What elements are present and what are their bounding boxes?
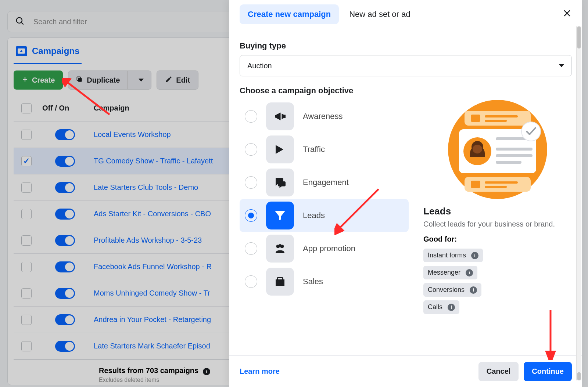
objective-detail-subtitle: Collect leads for your business or brand… [423, 220, 572, 228]
cancel-button[interactable]: Cancel [478, 362, 519, 381]
objective-radio[interactable] [245, 242, 257, 255]
svg-rect-28 [485, 186, 507, 188]
tab-new-adset-or-ad[interactable]: New ad set or ad [349, 10, 410, 19]
svg-point-24 [521, 122, 541, 141]
objective-section-label: Choose a campaign objective [240, 86, 572, 95]
objective-label: Awareness [303, 112, 343, 121]
close-button[interactable] [562, 8, 572, 21]
info-icon[interactable]: i [471, 252, 478, 259]
modal-scrollbar[interactable] [576, 26, 581, 380]
objective-sales[interactable]: Sales [240, 265, 409, 298]
learn-more-link[interactable]: Learn more [240, 367, 280, 376]
objective-label: Traffic [303, 145, 325, 154]
good-for-label: Good for: [423, 235, 572, 243]
objective-radio[interactable] [245, 176, 257, 189]
good-for-chip: Conversionsi [423, 283, 481, 297]
info-icon[interactable]: i [470, 286, 477, 294]
objective-label: Sales [303, 277, 323, 286]
objective-label: App promotion [303, 244, 355, 253]
objective-radio[interactable] [245, 275, 257, 288]
objective-traffic[interactable]: Traffic [240, 133, 409, 166]
objective-label: Leads [303, 211, 325, 220]
svg-rect-22 [496, 154, 533, 157]
traffic-icon [266, 135, 294, 163]
objective-label: Engagement [303, 178, 349, 187]
engagement-icon [266, 169, 294, 196]
leads-illustration [448, 100, 547, 199]
awareness-icon [266, 102, 294, 130]
svg-rect-13 [471, 115, 480, 122]
sales-icon [266, 268, 294, 296]
info-icon[interactable]: i [448, 304, 455, 311]
objective-radio[interactable] [245, 143, 257, 156]
info-icon[interactable]: i [466, 269, 473, 276]
chevron-down-icon [559, 64, 564, 67]
svg-rect-21 [496, 148, 533, 151]
svg-rect-15 [485, 120, 507, 122]
good-for-chip: Instant formsi [423, 249, 483, 262]
svg-rect-26 [471, 181, 480, 188]
objective-app_promotion[interactable]: App promotion [240, 232, 409, 265]
continue-button[interactable]: Continue [524, 362, 572, 381]
objective-engagement[interactable]: Engagement [240, 166, 409, 199]
objective-radio[interactable] [245, 110, 257, 123]
good-for-chip: Callsi [423, 300, 459, 314]
buying-type-select[interactable]: Auction [240, 55, 572, 76]
objective-detail-title: Leads [423, 206, 572, 217]
buying-type-label: Buying type [240, 41, 572, 51]
svg-rect-23 [496, 161, 521, 164]
create-campaign-modal: Create new campaign New ad set or ad Buy… [229, 0, 582, 387]
svg-rect-27 [485, 181, 518, 184]
objective-leads[interactable]: Leads [240, 199, 409, 232]
tab-create-new-campaign[interactable]: Create new campaign [240, 4, 339, 24]
objective-awareness[interactable]: Awareness [240, 100, 409, 133]
svg-point-19 [473, 145, 482, 153]
app_promotion-icon [266, 235, 294, 263]
objective-detail-panel: Leads Collect leads for your business or… [423, 100, 572, 314]
good-for-chip: Messengeri [423, 266, 477, 279]
buying-type-value: Auction [247, 62, 272, 70]
svg-rect-14 [485, 115, 518, 117]
objective-radio[interactable] [245, 209, 257, 222]
svg-point-10 [279, 244, 282, 247]
leads-icon [266, 202, 294, 229]
